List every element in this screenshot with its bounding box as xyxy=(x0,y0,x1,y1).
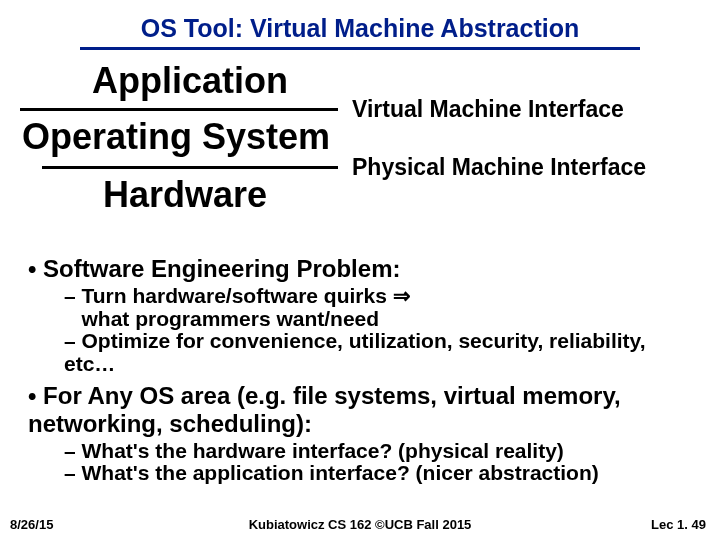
bullet-sep-text: Software Engineering Problem: xyxy=(43,255,400,282)
bullet-anyos: • For Any OS area (e.g. file systems, vi… xyxy=(28,382,690,438)
layer-application: Application xyxy=(92,62,288,100)
body-text: • Software Engineering Problem: – Turn h… xyxy=(28,255,690,485)
subbullet-app-iface: – What's the application interface? (nic… xyxy=(64,462,690,485)
separator-os-hw xyxy=(42,166,338,169)
implies-icon: ⇒ xyxy=(393,284,411,307)
layer-os: Operating System xyxy=(22,118,330,156)
bullet-anyos-text: For Any OS area (e.g. file systems, virt… xyxy=(28,382,621,437)
subbullet-quirks: – Turn hardware/software quirks ⇒ what p… xyxy=(64,285,690,330)
label-pmi: Physical Machine Interface xyxy=(352,154,646,181)
footer-course: Kubiatowicz CS 162 ©UCB Fall 2015 xyxy=(0,517,720,532)
bullet-sep: • Software Engineering Problem: xyxy=(28,255,690,283)
subbullet-optimize: – Optimize for convenience, utilization,… xyxy=(64,330,690,375)
layer-stack: Application Virtual Machine Interface Op… xyxy=(0,56,720,236)
footer-page: Lec 1. 49 xyxy=(651,517,706,532)
layer-hardware: Hardware xyxy=(103,176,267,214)
label-vmi: Virtual Machine Interface xyxy=(352,96,624,123)
slide: OS Tool: Virtual Machine Abstraction App… xyxy=(0,0,720,540)
separator-app-os xyxy=(20,108,338,111)
subbullet-hw-iface: – What's the hardware interface? (physic… xyxy=(64,440,690,463)
slide-title: OS Tool: Virtual Machine Abstraction xyxy=(0,0,720,43)
title-underline xyxy=(80,47,640,50)
